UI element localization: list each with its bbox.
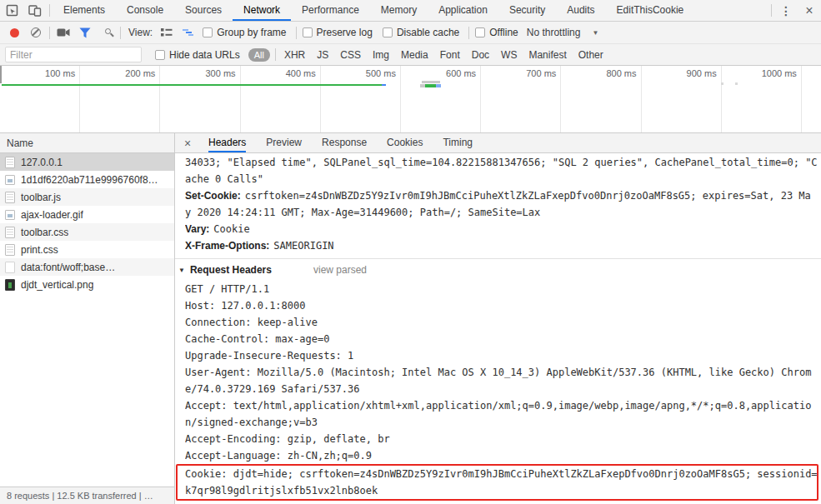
device-toolbar-icon [28,4,42,17]
divider [468,27,469,39]
filter-type-all[interactable]: All [248,48,270,62]
filter-type-js[interactable]: JS [317,49,328,61]
status-text: 8 requests | 12.5 KB transferred | … [7,491,153,501]
group-by-frame-checkbox[interactable]: Group by frame [203,27,286,38]
view-waterfall-button[interactable] [178,22,199,43]
record-button[interactable] [3,22,25,43]
details-tab-cookies[interactable]: Cookies [387,133,423,152]
details-tab-response[interactable]: Response [322,133,367,152]
tab-network[interactable]: Network [233,0,291,21]
close-devtools-button[interactable]: × [798,0,821,21]
cookie-header-line: Cookie: djdt=hide; csrftoken=z4sDnWBZDz5… [185,466,817,482]
filter-type-xhr[interactable]: XHR [284,49,305,61]
tab-security[interactable]: Security [498,0,556,21]
request-header-line: User-Agent: Mozilla/5.0 (Macintosh; Inte… [185,364,821,381]
tabbar-spacer [694,0,768,21]
filter-type-media[interactable]: Media [401,49,428,61]
checkbox-icon [475,27,485,37]
divider [275,48,276,61]
devtools-window: ElementsConsoleSourcesNetworkPerformance… [0,0,821,504]
filter-type-doc[interactable]: Doc [472,49,489,61]
status-bar: 8 requests | 12.5 KB transferred | … [0,487,174,504]
table-row[interactable]: ajax-loader.gif [0,206,174,223]
headers-panel[interactable]: 34033; "Elapsed time", SQLPanel_sql_time… [175,153,821,504]
chevron-down-icon: ▼ [592,29,598,37]
network-overview[interactable]: 100 ms200 ms300 ms400 ms500 ms600 ms700 … [0,66,821,133]
doc-line [7,249,13,250]
request-header-line: Accept-Encoding: gzip, deflate, br [185,431,821,447]
tab-audits[interactable]: Audits [556,0,605,21]
preserve-log-checkbox[interactable]: Preserve log [303,27,373,38]
header-value: Cookie [213,223,249,235]
name-column-header[interactable]: Name [0,133,174,153]
checkbox-icon [203,27,213,37]
throttling-select[interactable]: No throttling ▼ [527,27,599,38]
filter-input[interactable] [5,47,142,62]
divider [296,27,297,39]
filter-type-ws[interactable]: WS [501,49,517,61]
tab-editthiscookie[interactable]: EditThisCookie [606,0,695,21]
inspect-element-button[interactable] [0,0,23,21]
ruler-label: 1000 ms [722,66,802,132]
offline-checkbox[interactable]: Offline [475,27,518,38]
table-row[interactable]: print.css [0,241,174,258]
record-icon [10,28,19,37]
request-header-line: GET / HTTP/1.1 [185,281,821,297]
more-options-button[interactable]: ⋮ [774,0,798,21]
search-icon [105,28,111,34]
collapse-triangle-icon[interactable]: ▼ [178,267,185,274]
table-row[interactable]: data:font/woff;base… [0,258,174,276]
view-parsed-link[interactable]: view parsed [313,264,367,276]
device-toolbar-button[interactable] [23,0,47,21]
view-list-button[interactable] [156,22,178,43]
timeline-ruler: 100 ms200 ms300 ms400 ms500 ms600 ms700 … [0,66,821,132]
tab-elements[interactable]: Elements [53,0,116,21]
hide-data-urls-checkbox[interactable]: Hide data URLs [155,49,240,61]
tab-console[interactable]: Console [116,0,174,21]
table-row[interactable]: 127.0.0.1 [0,153,174,171]
table-row[interactable]: toolbar.js [0,188,174,206]
tab-performance[interactable]: Performance [291,0,370,21]
header-line: y 2020 14:24:11 GMT; Max-Age=31449600; P… [185,204,821,221]
camera-icon [57,27,70,37]
table-row[interactable]: 1d1df6220ab711e9996760f8… [0,171,174,188]
filter-type-manifest[interactable]: Manifest [528,49,566,61]
filter-toggle-button[interactable] [74,22,96,43]
checkbox-label: Hide data URLs [169,49,240,61]
request-header-line: Cache-Control: max-age=0 [185,331,821,347]
tab-sources[interactable]: Sources [174,0,233,21]
details-tabbar: × HeadersPreviewResponseCookiesTiming [175,133,821,153]
request-name: toolbar.css [21,227,68,238]
devtools-tabbar: ElementsConsoleSourcesNetworkPerformance… [0,0,821,22]
request-list-filler [0,293,174,487]
table-row[interactable]: djdt_vertical.png [0,276,174,293]
filter-type-css[interactable]: CSS [340,49,361,61]
capture-screenshots-button[interactable] [53,22,74,43]
network-filter-bar: Hide data URLs All XHRJSCSSImgMediaFontD… [0,44,821,66]
table-row[interactable]: toolbar.css [0,223,174,241]
disable-cache-checkbox[interactable]: Disable cache [383,27,459,38]
request-name: ajax-loader.gif [21,209,83,221]
filter-type-other[interactable]: Other [578,49,603,61]
close-details-button[interactable]: × [177,133,198,152]
timeline-origin-tick [0,66,2,83]
waterfall-icon [183,27,194,37]
tab-memory[interactable]: Memory [370,0,428,21]
ruler-label: 700 ms [481,66,561,132]
close-icon: × [805,3,813,18]
details-tab-preview[interactable]: Preview [266,133,302,152]
doc-line [7,197,13,197]
details-tab-headers[interactable]: Headers [208,133,246,152]
header-name: X-Frame-Options: [185,240,269,252]
view-label: View: [128,27,153,38]
filter-type-img[interactable]: Img [373,49,389,61]
cookie-header-line: k7qr98l9gdlritjslxfb51vx2lnb8oek [185,482,817,499]
doc-line [7,229,13,230]
search-button[interactable] [96,22,118,43]
details-tab-timing[interactable]: Timing [443,133,473,152]
filter-type-font[interactable]: Font [440,49,460,61]
clear-button[interactable] [25,22,47,43]
overview-request-bar-tip [382,84,386,86]
overview-dot [735,82,738,85]
tab-application[interactable]: Application [428,0,498,21]
